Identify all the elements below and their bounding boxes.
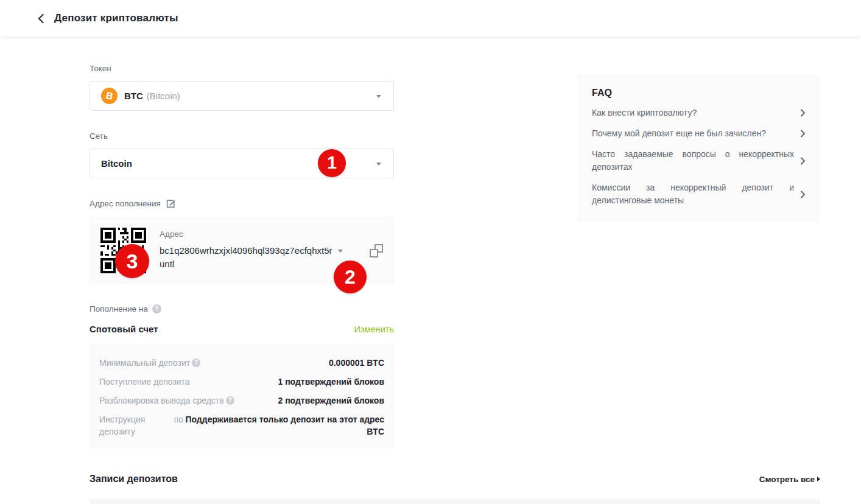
network-label: Сеть <box>90 131 394 141</box>
copy-address-icon[interactable] <box>370 244 383 257</box>
deposit-instruction-value: Поддерживается только депозит на этот ад… <box>183 413 384 438</box>
faq-item-how-to-deposit[interactable]: Как внести криптовалюту? <box>592 107 806 119</box>
deposit-records-title: Записи депозитов <box>90 474 178 485</box>
faq-panel: FAQ Как внести криптовалюту? Почему мой … <box>577 75 820 223</box>
help-icon[interactable] <box>192 359 200 367</box>
chevron-down-icon <box>376 95 381 98</box>
deposit-details-panel: Минимальный депозит 0.000001 BTC Поступл… <box>90 344 394 449</box>
deposit-arrival-label: Поступление депозита <box>99 376 190 388</box>
address-line1: bc1q2806wrhzxjxl4096hql393qz7ecfqhxt5r <box>160 245 332 256</box>
deposit-account-row: Спотовый счет Изменить <box>90 324 394 334</box>
deposit-instruction-label: Инструкция по депозиту <box>99 413 183 438</box>
chevron-down-icon <box>376 163 381 166</box>
min-deposit-value: 0.000001 BTC <box>329 357 384 369</box>
chevron-right-icon <box>800 130 806 138</box>
faq-item-deposit-not-credited[interactable]: Почему мой депозит еще не был зачислен? <box>592 127 806 140</box>
chevron-right-icon <box>800 109 806 117</box>
deposit-form: Токен B BTC (Bitcoin) Сеть Bitcoin 1 Адр… <box>90 37 394 449</box>
view-all-link[interactable]: Смотреть все <box>759 475 820 484</box>
view-all-label: Смотреть все <box>759 475 815 484</box>
faq-item-label: Комиссии за некорректный депозит и делис… <box>592 181 794 207</box>
help-icon[interactable] <box>226 396 234 405</box>
qr-code: 3 <box>99 226 147 275</box>
withdrawal-unlock-value: 2 подтверждений блоков <box>278 394 384 407</box>
faq-title: FAQ <box>592 88 806 99</box>
detail-row-deposit-instruction: Инструкция по депозиту Поддерживается то… <box>99 413 384 438</box>
token-select[interactable]: B BTC (Bitcoin) <box>90 81 394 111</box>
page-header: Депозит криптовалюты <box>0 0 861 37</box>
annotation-badge-2: 2 <box>334 261 367 293</box>
deposit-address-label: Адрес пополнения <box>90 199 161 208</box>
deposit-to-label: Пополнение на <box>90 304 148 313</box>
deposit-records-table-header <box>90 499 820 504</box>
token-label: Токен <box>90 64 394 73</box>
bitcoin-icon: B <box>101 88 118 104</box>
account-name: Спотовый счет <box>90 324 158 334</box>
address-chevron-down-icon[interactable] <box>338 250 343 253</box>
annotation-badge-3: 3 <box>115 244 149 278</box>
chevron-right-icon <box>800 157 806 165</box>
edit-icon[interactable] <box>166 198 176 209</box>
token-name: (Bitcoin) <box>147 91 180 101</box>
arrow-right-icon <box>817 477 820 481</box>
deposit-arrival-value: 1 подтверждений блоков <box>278 376 384 388</box>
address-field-label: Адрес <box>160 229 384 239</box>
min-deposit-label: Минимальный депозит <box>99 357 190 369</box>
deposit-crypto-page: Депозит криптовалюты Токен B BTC (Bitcoi… <box>0 0 861 504</box>
detail-row-deposit-arrival: Поступление депозита 1 подтверждений бло… <box>99 376 384 388</box>
faq-item-incorrect-deposits-faq[interactable]: Часто задаваемые вопросы о некорректных … <box>592 148 806 173</box>
withdrawal-unlock-label: Разблокировка вывода средств <box>99 394 224 407</box>
deposit-address-label-row: Адрес пополнения <box>90 198 394 209</box>
page-title: Депозит криптовалюты <box>54 12 178 24</box>
faq-item-incorrect-deposit-fees[interactable]: Комиссии за некорректный депозит и делис… <box>592 181 806 207</box>
detail-row-withdrawal-unlock: Разблокировка вывода средств 2 подтвержд… <box>99 394 384 407</box>
help-icon[interactable] <box>152 304 161 313</box>
faq-item-label: Как внести криптовалюту? <box>592 107 794 119</box>
faq-item-label: Часто задаваемые вопросы о некорректных … <box>592 148 794 173</box>
network-select[interactable]: Bitcoin 1 <box>90 149 394 178</box>
change-account-link[interactable]: Изменить <box>354 324 394 334</box>
deposit-to-label-row: Пополнение на <box>90 304 394 313</box>
token-symbol: BTC <box>124 91 143 101</box>
back-button[interactable] <box>37 13 46 24</box>
annotation-badge-1: 1 <box>318 149 346 177</box>
faq-item-label: Почему мой депозит еще не был зачислен? <box>592 127 794 140</box>
detail-row-min-deposit: Минимальный депозит 0.000001 BTC <box>99 357 384 369</box>
chevron-left-icon <box>37 13 46 24</box>
network-value: Bitcoin <box>101 158 132 169</box>
chevron-right-icon <box>800 191 806 198</box>
deposit-records-header: Записи депозитов Смотреть все <box>90 474 820 485</box>
deposit-address-panel: 3 Адрес bc1q2806wrhzxjxl4096hql393qz7ecf… <box>90 217 394 284</box>
